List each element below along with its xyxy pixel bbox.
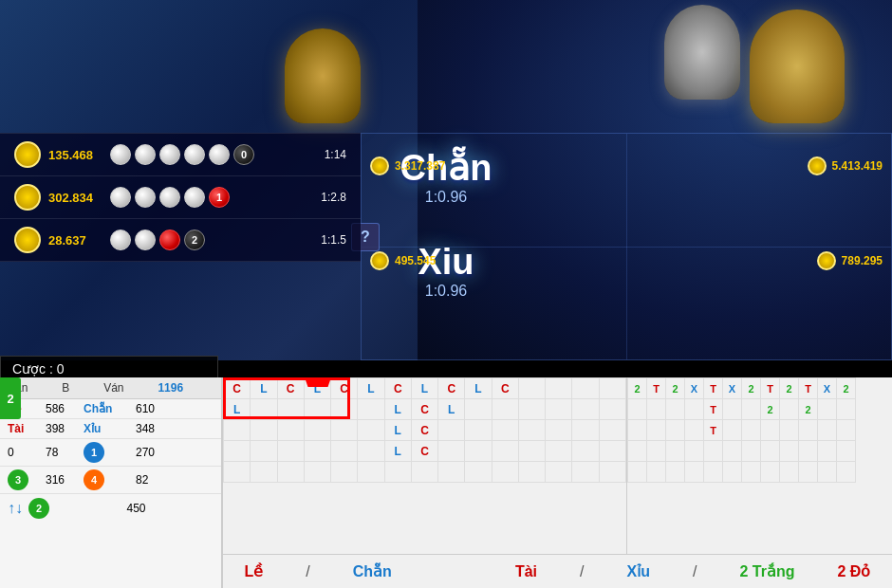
ball-1a <box>110 144 131 165</box>
cell <box>518 378 545 399</box>
cell <box>518 441 545 462</box>
cup-right <box>750 9 845 123</box>
amount-2: 302.834 <box>48 191 110 205</box>
cell <box>572 462 599 483</box>
pcell: T <box>704 378 723 399</box>
chip-3 <box>14 227 41 253</box>
ball-1b <box>135 144 156 165</box>
chan-amount-right: 5.413.419 <box>832 159 883 173</box>
cell <box>492 441 518 462</box>
cell <box>438 441 465 462</box>
label-tai: Tài <box>8 422 46 435</box>
pcell <box>685 462 704 483</box>
label-zero: 0 <box>8 446 46 459</box>
cell <box>492 399 518 420</box>
cup-right2 <box>664 5 740 100</box>
grid-container: C L C L C L C L C L C <box>223 377 892 554</box>
ball-num-2: 1 <box>209 187 230 208</box>
pcell: 2 <box>742 378 761 399</box>
pcell: T <box>647 378 666 399</box>
chan-left-amount: 3.317.387 <box>370 156 445 175</box>
pcell: 2 <box>761 399 780 420</box>
cell <box>251 399 277 420</box>
stats-row-4: 3 316 4 82 <box>0 467 221 494</box>
cell <box>331 420 358 441</box>
cell <box>358 462 384 483</box>
balls-2: 1 <box>110 187 299 208</box>
ball-3c <box>159 230 180 250</box>
footer-xiu: Xỉu <box>627 562 650 580</box>
stats-row-1: Lề 586 Chẵn 610 <box>0 399 221 419</box>
pcell: X <box>685 378 704 399</box>
val-1: 270 <box>136 446 174 459</box>
pcell <box>780 441 799 462</box>
bottom-area: Bàn B Ván 1196 Lề 586 Chẵn 610 Tài 398 X… <box>0 377 892 588</box>
cell <box>546 462 572 483</box>
odds-3: 1:1.5 <box>299 233 346 247</box>
ball-2a <box>110 187 131 208</box>
cell <box>304 420 330 441</box>
pcell <box>685 420 704 441</box>
pcell <box>666 420 685 441</box>
chan-right-amount: 5.413.419 <box>808 156 883 175</box>
ball-2d <box>184 187 205 208</box>
cell <box>599 420 625 441</box>
pcell <box>837 420 856 441</box>
grid-main: C L C L C L C L C L C <box>223 377 892 588</box>
cell <box>277 441 304 462</box>
pcell <box>647 462 666 483</box>
xiu-right-amount: 789.295 <box>817 251 883 270</box>
xiu-amount-left: 495.545 <box>395 254 436 267</box>
cell <box>518 399 545 420</box>
val-le: 586 <box>46 402 84 415</box>
pcell <box>818 441 837 462</box>
pcell <box>799 441 818 462</box>
pattern-row: 2 T 2 X T X 2 T 2 T X 2 <box>628 378 856 399</box>
pcell <box>780 462 799 483</box>
label-xiu: Xỉu <box>84 422 136 435</box>
cell <box>572 399 599 420</box>
cell <box>331 462 358 483</box>
cell <box>492 462 518 483</box>
cell <box>599 462 625 483</box>
footer-labels: Lề / Chẵn Tài / Xỉu / 2 Trắng 2 Đỏ <box>223 554 892 588</box>
sort-icon[interactable]: ↑↓ <box>8 500 23 517</box>
cell <box>465 441 492 462</box>
pcell <box>723 420 742 441</box>
pcell <box>742 462 761 483</box>
ball-num-1: 0 <box>233 144 254 165</box>
cell <box>599 441 625 462</box>
pcell: T <box>704 420 723 441</box>
dice-row-1: 135.468 0 1:14 <box>0 133 361 176</box>
pcell: 2 <box>628 378 647 399</box>
pcell <box>647 399 666 420</box>
pcell <box>761 420 780 441</box>
cell <box>331 441 358 462</box>
dice-row-2: 302.834 1 1:2.8 <box>0 176 361 219</box>
cell <box>224 462 251 483</box>
header-van-num: 1196 <box>158 381 214 395</box>
cell <box>251 420 277 441</box>
pattern-row: T 2 2 <box>628 399 856 420</box>
pcell <box>837 441 856 462</box>
cell: L <box>384 420 411 441</box>
xiu-left-amount: 495.545 <box>370 251 436 270</box>
footer-le: Lề <box>245 562 264 580</box>
pcell <box>628 462 647 483</box>
cell: C <box>411 399 437 420</box>
table-row: L L C L <box>224 399 626 420</box>
pcell <box>742 441 761 462</box>
pcell: X <box>818 378 837 399</box>
cell: C <box>492 378 518 399</box>
ball-2c <box>159 187 180 208</box>
cell: C <box>411 420 437 441</box>
pcell <box>723 441 742 462</box>
ball-1e <box>209 144 230 165</box>
grid-left: C L C L C L C L C L C <box>223 377 626 554</box>
stats-row-3: 0 78 1 270 <box>0 439 221 467</box>
cell <box>277 399 304 420</box>
table-row: C L C L C L C L C L C <box>224 378 626 399</box>
footer-sep3: / <box>580 563 584 580</box>
table-row: L C <box>224 441 626 462</box>
balls-3: 2 <box>110 230 299 250</box>
